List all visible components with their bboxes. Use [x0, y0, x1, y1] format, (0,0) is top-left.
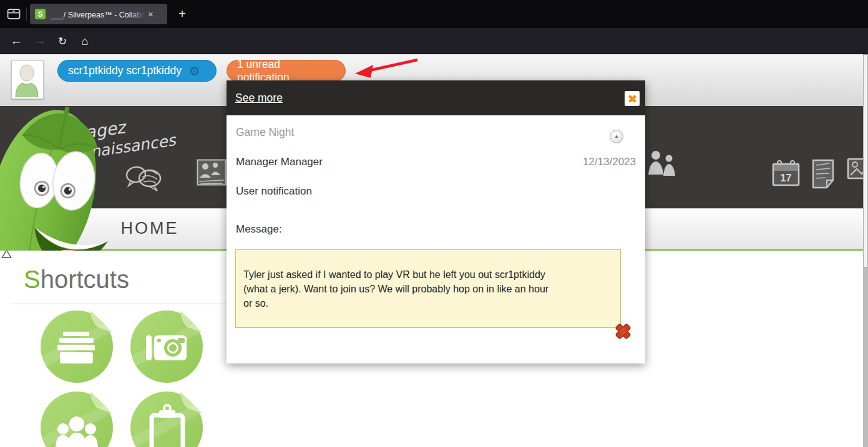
message-label: Message:: [236, 223, 282, 236]
see-more-link[interactable]: See more: [235, 92, 283, 105]
avatar-image: [12, 61, 42, 97]
gear-icon[interactable]: ⚙: [189, 65, 200, 77]
notification-kind: User notification: [236, 185, 312, 198]
tab-separator: [26, 7, 27, 21]
tab-title-fade: [129, 9, 145, 20]
browser-tab-bar: S ___/ Silverpeas™ - Collabo × +: [0, 0, 868, 28]
message-box: Tyler just asked if I wanted to play VR …: [235, 249, 621, 328]
message-line: Tyler just asked if I wanted to play VR …: [243, 267, 613, 282]
unread-notification-button[interactable]: 1 unread notification: [227, 60, 346, 82]
chalk-document-icon: [812, 159, 837, 189]
forward-button: →: [30, 28, 50, 54]
shortcuts-title-rest: hortcuts: [41, 266, 129, 293]
chevron-up-icon: ▲: [614, 134, 619, 139]
shortcuts-title-accent: S: [24, 266, 41, 293]
scrollbar-thumb[interactable]: [863, 54, 868, 267]
tab-home[interactable]: HOME: [112, 219, 187, 238]
browser-tab[interactable]: S ___/ Silverpeas™ - Collabo ×: [30, 4, 167, 24]
firefox-view-icon[interactable]: [6, 6, 22, 22]
shortcut-community[interactable]: [41, 392, 113, 447]
chalk-calendar-icon: 17: [772, 158, 801, 187]
shortcuts-title: Shortcuts: [24, 266, 129, 294]
browser-nav-bar: ← → ↻ ⌂ silverplatter.thm:8080/silverpea…: [0, 28, 868, 54]
avatar[interactable]: [11, 60, 44, 99]
notification-date: 12/13/2023: [583, 156, 636, 168]
popup-header: See more: [227, 80, 645, 115]
popup-close-button[interactable]: [625, 91, 640, 106]
reload-button[interactable]: ↻: [52, 28, 72, 54]
new-tab-button[interactable]: +: [173, 5, 191, 22]
chalk-speech-bubbles-icon: [125, 163, 163, 195]
firefox-view-icon: [7, 8, 21, 20]
banner-slogan: Partagez os connaissances: [36, 111, 177, 168]
back-button[interactable]: ←: [6, 28, 26, 54]
tab-title-wrap: ___/ Silverpeas™ - Collabo: [51, 9, 145, 20]
shortcut-gallery[interactable]: [130, 310, 203, 383]
tab-close-icon[interactable]: ×: [148, 9, 154, 19]
collapse-banner-toggle-icon[interactable]: [1, 249, 12, 259]
silverpeas-favicon: S: [35, 9, 46, 19]
collapse-notification-button[interactable]: ▲: [610, 130, 623, 143]
chalk-team-icon: [197, 159, 227, 186]
shortcut-tasks[interactable]: [130, 392, 203, 447]
user-profile-button[interactable]: scr1ptkiddy scr1ptkiddy ⚙: [57, 60, 217, 82]
shortcut-books[interactable]: [41, 310, 113, 383]
message-line: (what a jerk). Want to join us? We will …: [243, 282, 613, 296]
svg-text:17: 17: [781, 173, 792, 183]
home-button[interactable]: ⌂: [75, 28, 95, 54]
delete-notification-button[interactable]: [615, 323, 631, 340]
notification-popup: See more Game Night ▲ Manager Manager 12…: [227, 80, 645, 363]
message-line: or so.: [243, 296, 613, 310]
close-icon: [628, 94, 637, 103]
screen: S ___/ Silverpeas™ - Collabo × + ← → ↻ ⌂: [0, 0, 868, 447]
chalk-people-icon: [646, 150, 680, 178]
notification-sender: Manager Manager: [236, 156, 323, 168]
page-scrollbar[interactable]: [863, 54, 868, 447]
notification-title: Game Night: [236, 126, 294, 139]
user-name: scr1ptkiddy scr1ptkiddy: [68, 64, 182, 77]
